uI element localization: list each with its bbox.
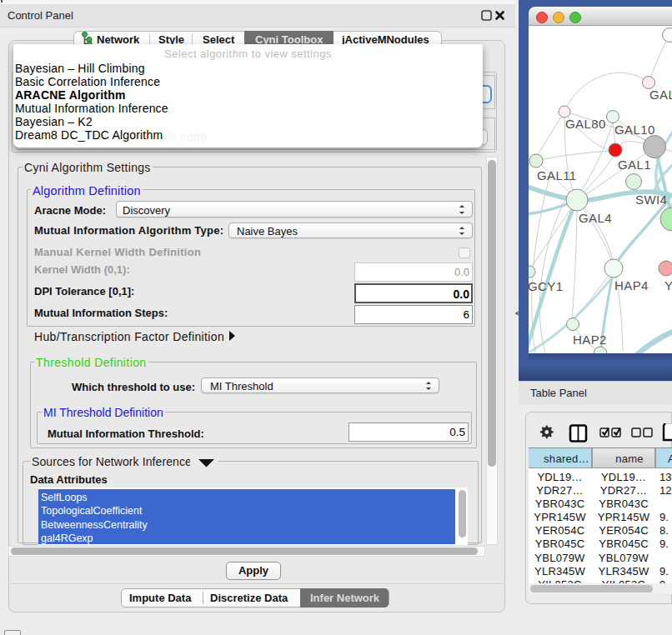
svg-text:GAL4: GAL4 — [579, 211, 612, 225]
svg-text:GAL7: GAL7 — [649, 88, 672, 102]
svg-text:HAP2: HAP2 — [573, 332, 607, 347]
svg-text:SWI4: SWI4 — [635, 192, 667, 207]
svg-text:GAL11: GAL11 — [537, 168, 577, 182]
svg-text:GAL1: GAL1 — [618, 158, 651, 172]
svg-text:GAL10: GAL10 — [614, 122, 655, 137]
svg-text:HAP4: HAP4 — [614, 278, 649, 292]
svg-text:GAL80: GAL80 — [565, 117, 606, 131]
svg-text:GCY1: GCY1 — [529, 279, 563, 293]
svg-text:YE: YE — [664, 278, 672, 292]
